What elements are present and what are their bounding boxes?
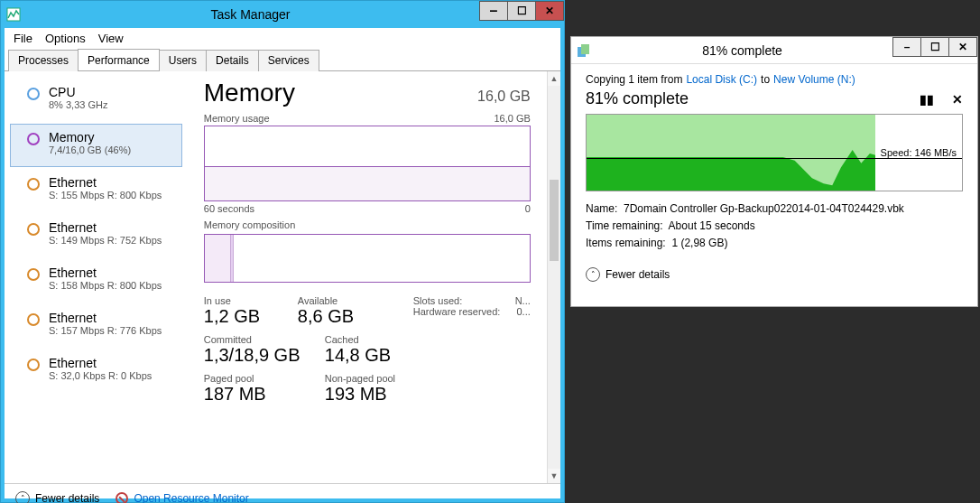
page-title: Memory — [204, 79, 295, 107]
svg-rect-0 — [7, 8, 20, 21]
tm-titlebar[interactable]: Task Manager – ☐ ✕ — [1, 1, 564, 28]
close-button[interactable]: ✕ — [535, 1, 564, 21]
task-manager-icon — [6, 7, 21, 22]
cancel-button[interactable]: ✕ — [952, 92, 963, 107]
detail-value: 7Domain Controller Gp-Backup022014-01-04… — [624, 202, 904, 215]
sidebar-item-ethernet[interactable]: Ethernet S: 157 Mbps R: 776 Kbps — [10, 304, 182, 348]
stat-value: 0... — [516, 306, 530, 317]
memory-ring-icon — [27, 133, 40, 145]
fewer-details-label: Fewer details — [606, 268, 670, 281]
stat-label: Slots used: — [413, 295, 462, 306]
ethernet-ring-icon — [27, 359, 40, 371]
ethernet-ring-icon — [27, 268, 40, 281]
copy-source-link[interactable]: Local Disk (C:) — [686, 73, 757, 86]
tab-details[interactable]: Details — [206, 50, 259, 71]
scroll-down-icon[interactable]: ▼ — [548, 469, 560, 483]
detail-label: Name: — [586, 202, 617, 215]
detail-label: Time remaining: — [586, 219, 663, 232]
scroll-up-icon[interactable]: ▲ — [548, 71, 560, 86]
close-button[interactable]: ✕ — [948, 37, 977, 57]
minimize-button[interactable]: – — [892, 37, 921, 57]
svg-rect-2 — [581, 44, 589, 54]
sidebar-item-ethernet[interactable]: Ethernet S: 149 Mbps R: 752 Kbps — [10, 214, 182, 257]
memory-usage-chart[interactable] — [204, 126, 531, 201]
copy-throughput-chart[interactable]: Speed: 146 MB/s — [586, 114, 963, 191]
tm-title: Task Manager — [21, 7, 480, 22]
ethernet-ring-icon — [27, 313, 40, 326]
sidebar-item-cpu[interactable]: CPU 8% 3,33 GHz — [10, 79, 182, 122]
minimize-button[interactable]: – — [479, 1, 508, 21]
sidebar-label: Ethernet — [49, 265, 162, 280]
copy-head: Copying 1 item from Local Disk (C:) to N… — [586, 73, 963, 86]
sidebar-label: Ethernet — [49, 356, 152, 370]
scrollbar[interactable]: ▲ ▼ — [547, 71, 560, 483]
task-manager-window: Task Manager – ☐ ✕ File Options View Pro… — [0, 0, 565, 503]
copy-head-prefix: Copying 1 item from — [586, 73, 682, 86]
usage-max: 16,0 GB — [494, 113, 530, 124]
sidebar-item-ethernet[interactable]: Ethernet S: 32,0 Kbps R: 0 Kbps — [10, 349, 182, 393]
memory-total: 16,0 GB — [477, 88, 531, 105]
stat-value: 1,3/18,9 GB — [204, 345, 303, 366]
scroll-thumb[interactable] — [550, 180, 559, 261]
tab-users[interactable]: Users — [159, 50, 207, 71]
detail-label: Items remaining: — [586, 237, 666, 249]
open-resource-monitor-link[interactable]: Open Resource Monitor — [116, 492, 248, 503]
copy-dialog-window: 81% complete – ☐ ✕ Copying 1 item from L… — [570, 36, 978, 307]
axis-left: 60 seconds — [204, 203, 254, 214]
fewer-details-label: Fewer details — [35, 492, 99, 503]
sidebar: CPU 8% 3,33 GHz Memory 7,4/16,0 GB (46%)… — [5, 71, 188, 483]
stat-value: 14,8 GB — [325, 345, 397, 366]
main-pane: Memory 16,0 GB Memory usage 16,0 GB 60 s… — [188, 71, 547, 483]
copy-details: Name: 7Domain Controller Gp-Backup022014… — [586, 200, 963, 253]
sidebar-sub: S: 149 Mbps R: 752 Kbps — [49, 235, 162, 246]
copy-dest-link[interactable]: New Volume (N:) — [773, 73, 855, 86]
fewer-details-button[interactable]: ˄ Fewer details — [586, 267, 963, 282]
copy-head-to: to — [761, 73, 770, 86]
detail-value: 1 (2,98 GB) — [671, 237, 727, 249]
stat-label: Paged pool — [204, 373, 303, 384]
stat-value: 193 MB — [325, 384, 397, 405]
copy-titlebar[interactable]: 81% complete – ☐ ✕ — [571, 37, 977, 64]
memory-composition-chart[interactable] — [204, 234, 531, 283]
cpu-ring-icon — [27, 88, 40, 100]
sidebar-sub: 7,4/16,0 GB (46%) — [49, 144, 131, 155]
menu-file[interactable]: File — [14, 32, 32, 45]
sidebar-item-memory[interactable]: Memory 7,4/16,0 GB (46%) — [10, 124, 182, 167]
stat-value: 8,6 GB — [298, 306, 370, 327]
maximize-button[interactable]: ☐ — [507, 1, 536, 21]
copy-title: 81% complete — [591, 43, 893, 58]
menubar: File Options View — [5, 28, 560, 49]
fewer-details-button[interactable]: ˄ Fewer details — [15, 491, 99, 503]
sidebar-label: Ethernet — [49, 311, 162, 325]
stat-label: Cached — [325, 334, 397, 345]
sidebar-sub: S: 32,0 Kbps R: 0 Kbps — [49, 370, 152, 381]
pause-button[interactable]: ▮▮ — [920, 92, 934, 107]
menu-options[interactable]: Options — [45, 32, 86, 45]
sidebar-item-ethernet[interactable]: Ethernet S: 158 Mbps R: 800 Kbps — [10, 259, 182, 303]
tab-performance[interactable]: Performance — [78, 49, 160, 70]
tab-processes[interactable]: Processes — [8, 50, 79, 71]
tab-services[interactable]: Services — [258, 50, 319, 71]
detail-value: About 15 seconds — [669, 219, 755, 232]
stat-value: 187 MB — [204, 384, 303, 405]
menu-view[interactable]: View — [98, 32, 124, 45]
sidebar-item-ethernet[interactable]: Ethernet S: 155 Mbps R: 800 Kbps — [10, 169, 182, 212]
sidebar-label: Memory — [49, 130, 131, 144]
stat-value: N... — [515, 295, 531, 306]
stat-label: Hardware reserved: — [413, 306, 501, 317]
sidebar-sub: 8% 3,33 GHz — [49, 99, 107, 110]
ethernet-ring-icon — [27, 223, 40, 236]
stat-label: Committed — [204, 334, 303, 345]
usage-caption: Memory usage — [204, 113, 270, 124]
copy-speed: Speed: 146 MB/s — [881, 147, 957, 158]
stat-label: Non-paged pool — [325, 373, 397, 384]
sidebar-sub: S: 155 Mbps R: 800 Kbps — [49, 190, 162, 200]
comp-caption: Memory composition — [204, 219, 295, 230]
copy-percent: 81% complete — [586, 89, 689, 108]
sidebar-sub: S: 158 Mbps R: 800 Kbps — [49, 280, 162, 291]
sidebar-label: CPU — [49, 85, 107, 99]
maximize-button[interactable]: ☐ — [920, 37, 949, 57]
sidebar-label: Ethernet — [49, 175, 162, 190]
stat-value: 1,2 GB — [204, 306, 276, 327]
axis-right: 0 — [525, 203, 531, 214]
